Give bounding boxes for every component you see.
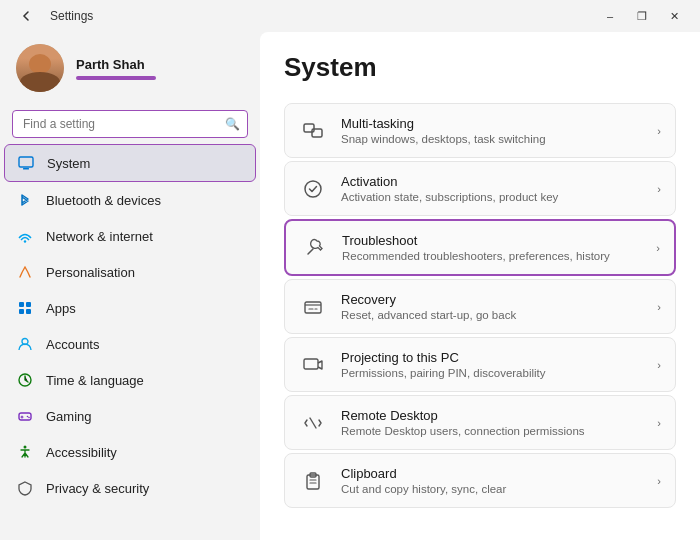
time-icon [16, 371, 34, 389]
chevron-right-icon: › [657, 125, 661, 137]
sidebar-item-system[interactable]: System [4, 144, 256, 182]
page-title: System [284, 52, 676, 83]
svg-rect-3 [19, 302, 24, 307]
sidebar-item-label-accounts: Accounts [46, 337, 99, 352]
svg-line-18 [308, 249, 313, 254]
search-input[interactable] [12, 110, 248, 138]
sidebar-item-label-apps: Apps [46, 301, 76, 316]
chevron-right-icon-7: › [657, 475, 661, 487]
user-info: Parth Shah [76, 57, 156, 80]
content-area: System Multi-tasking Snap windows, deskt… [260, 32, 700, 540]
activation-desc: Activation state, subscriptions, product… [341, 191, 643, 203]
clipboard-title: Clipboard [341, 466, 643, 481]
sidebar-item-bluetooth[interactable]: Bluetooth & devices [0, 182, 260, 218]
window-controls: – ❐ ✕ [596, 6, 688, 26]
recovery-icon [299, 293, 327, 321]
user-section[interactable]: Parth Shah [0, 32, 260, 104]
sidebar: Parth Shah 🔍 System Bluetooth & devices [0, 32, 260, 540]
multitasking-icon [299, 117, 327, 145]
sidebar-item-label-network: Network & internet [46, 229, 153, 244]
settings-item-clipboard[interactable]: Clipboard Cut and copy history, sync, cl… [284, 453, 676, 508]
projecting-desc: Permissions, pairing PIN, discoverabilit… [341, 367, 643, 379]
remote-title: Remote Desktop [341, 408, 643, 423]
svg-rect-0 [19, 157, 33, 167]
sidebar-item-accessibility[interactable]: Accessibility [0, 434, 260, 470]
projecting-title: Projecting to this PC [341, 350, 643, 365]
sidebar-item-time[interactable]: Time & language [0, 362, 260, 398]
remote-icon [299, 409, 327, 437]
minimize-button[interactable]: – [596, 6, 624, 26]
sidebar-item-label-personalisation: Personalisation [46, 265, 135, 280]
svg-rect-6 [26, 309, 31, 314]
chevron-right-icon-6: › [657, 417, 661, 429]
svg-rect-5 [19, 309, 24, 314]
svg-point-2 [24, 240, 26, 242]
search-box: 🔍 [12, 110, 248, 138]
recovery-desc: Reset, advanced start-up, go back [341, 309, 643, 321]
svg-rect-4 [26, 302, 31, 307]
main-layout: Parth Shah 🔍 System Bluetooth & devices [0, 32, 700, 540]
recovery-text: Recovery Reset, advanced start-up, go ba… [341, 292, 643, 321]
remote-text: Remote Desktop Remote Desktop users, con… [341, 408, 643, 437]
projecting-icon [299, 351, 327, 379]
sidebar-item-label-accessibility: Accessibility [46, 445, 117, 460]
settings-item-troubleshoot[interactable]: Troubleshoot Recommended troubleshooters… [284, 219, 676, 276]
personalisation-icon [16, 263, 34, 281]
clipboard-icon [299, 467, 327, 495]
sidebar-item-label-system: System [47, 156, 90, 171]
bluetooth-icon [16, 191, 34, 209]
chevron-right-icon-3: › [656, 242, 660, 254]
settings-list: Multi-tasking Snap windows, desktops, ta… [284, 103, 676, 508]
apps-icon [16, 299, 34, 317]
svg-rect-19 [305, 302, 321, 313]
svg-point-13 [28, 417, 30, 419]
sidebar-item-label-gaming: Gaming [46, 409, 92, 424]
sidebar-item-label-privacy: Privacy & security [46, 481, 149, 496]
sidebar-item-accounts[interactable]: Accounts [0, 326, 260, 362]
svg-line-21 [310, 418, 316, 428]
settings-item-multitasking[interactable]: Multi-tasking Snap windows, desktops, ta… [284, 103, 676, 158]
privacy-icon [16, 479, 34, 497]
back-button[interactable] [12, 6, 40, 26]
clipboard-desc: Cut and copy history, sync, clear [341, 483, 643, 495]
settings-item-recovery[interactable]: Recovery Reset, advanced start-up, go ba… [284, 279, 676, 334]
title-bar-left: Settings [12, 6, 93, 26]
chevron-right-icon-4: › [657, 301, 661, 313]
svg-point-14 [24, 446, 27, 449]
sidebar-item-label-time: Time & language [46, 373, 144, 388]
nav-items: System Bluetooth & devices Network & int… [0, 144, 260, 540]
close-button[interactable]: ✕ [660, 6, 688, 26]
svg-rect-20 [304, 359, 318, 369]
sidebar-item-personalisation[interactable]: Personalisation [0, 254, 260, 290]
activation-icon [299, 175, 327, 203]
multitasking-title: Multi-tasking [341, 116, 643, 131]
user-name: Parth Shah [76, 57, 156, 72]
projecting-text: Projecting to this PC Permissions, pairi… [341, 350, 643, 379]
sidebar-item-gaming[interactable]: Gaming [0, 398, 260, 434]
svg-point-12 [27, 416, 29, 418]
sidebar-item-label-bluetooth: Bluetooth & devices [46, 193, 161, 208]
sidebar-item-privacy[interactable]: Privacy & security [0, 470, 260, 506]
avatar [16, 44, 64, 92]
clipboard-text: Clipboard Cut and copy history, sync, cl… [341, 466, 643, 495]
chevron-right-icon-5: › [657, 359, 661, 371]
settings-item-projecting[interactable]: Projecting to this PC Permissions, pairi… [284, 337, 676, 392]
svg-rect-1 [23, 168, 29, 170]
svg-point-17 [305, 181, 321, 197]
user-bar [76, 76, 156, 80]
maximize-button[interactable]: ❐ [628, 6, 656, 26]
accounts-icon [16, 335, 34, 353]
troubleshoot-icon [300, 234, 328, 262]
troubleshoot-text: Troubleshoot Recommended troubleshooters… [342, 233, 642, 262]
settings-item-activation[interactable]: Activation Activation state, subscriptio… [284, 161, 676, 216]
troubleshoot-desc: Recommended troubleshooters, preferences… [342, 250, 642, 262]
app-title: Settings [50, 9, 93, 23]
title-bar: Settings – ❐ ✕ [0, 0, 700, 32]
chevron-right-icon-2: › [657, 183, 661, 195]
gaming-icon [16, 407, 34, 425]
settings-item-remote[interactable]: Remote Desktop Remote Desktop users, con… [284, 395, 676, 450]
sidebar-item-apps[interactable]: Apps [0, 290, 260, 326]
sidebar-item-network[interactable]: Network & internet [0, 218, 260, 254]
activation-title: Activation [341, 174, 643, 189]
accessibility-icon [16, 443, 34, 461]
